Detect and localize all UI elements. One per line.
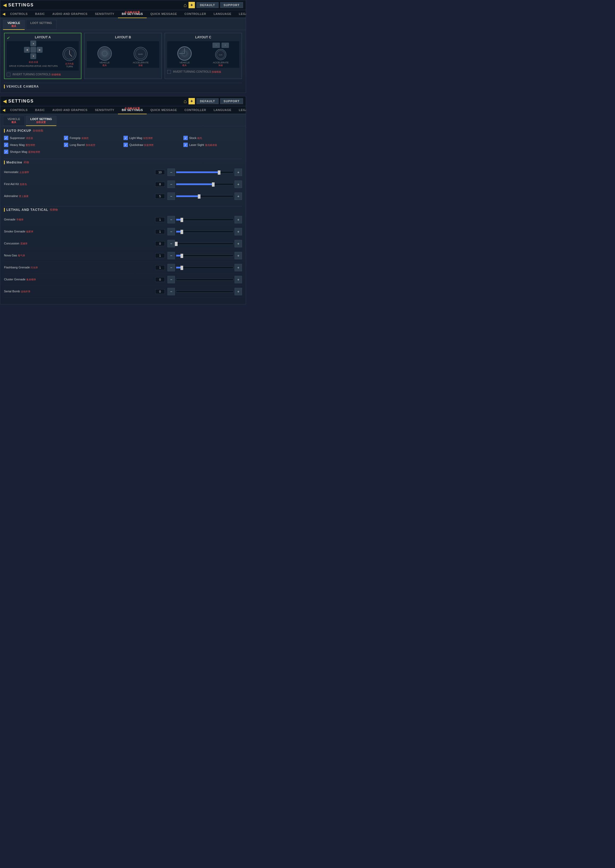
- add-button-2[interactable]: +: [189, 98, 195, 105]
- checkbox-quickdraw[interactable]: ✔: [123, 143, 128, 147]
- tab-basic-1[interactable]: BASIC: [31, 10, 49, 18]
- tab-quick-message-2[interactable]: QUICK MESSAGE: [147, 106, 181, 114]
- tab-audio-2[interactable]: AUDIO AND GRAPHICS: [48, 106, 91, 114]
- plus-smoke[interactable]: +: [234, 228, 242, 236]
- plus-concussion[interactable]: +: [234, 240, 242, 247]
- tab-legal-1[interactable]: LEGAL: [235, 10, 246, 18]
- minus-hemostatic[interactable]: −: [167, 169, 175, 176]
- minus-adrenaline[interactable]: −: [167, 192, 175, 200]
- checkbox-heavy-mag[interactable]: ✔: [4, 143, 8, 147]
- nav-arrow-left-2[interactable]: ◀: [2, 108, 6, 112]
- default-button-2[interactable]: DEFAULT: [197, 98, 219, 104]
- auto-pickup-cn: 自动拾取: [33, 129, 44, 133]
- tab-legal-2[interactable]: LEGAL: [235, 106, 246, 114]
- track-adrenaline[interactable]: [176, 195, 234, 197]
- layout-card-b[interactable]: LAYOUT B VEHICLE 载具: [84, 33, 162, 79]
- checkbox-long-barrel[interactable]: ✔: [64, 143, 68, 147]
- tab-audio-1[interactable]: AUDIO AND GRAPHICS: [48, 10, 91, 18]
- turn-label-a: TURN: [65, 65, 74, 68]
- tab-sensitivity-1[interactable]: SENSITIVITY: [91, 10, 118, 18]
- controls-first-aid: − +: [167, 181, 242, 188]
- plus-adrenaline[interactable]: +: [234, 192, 242, 200]
- accel-label-c: ACCELERATE: [213, 61, 228, 64]
- track-hemostatic[interactable]: [176, 171, 234, 173]
- plus-nova-gas[interactable]: +: [234, 252, 242, 259]
- tab-controller-2[interactable]: CONTROLLER: [181, 106, 210, 114]
- track-smoke[interactable]: [176, 231, 234, 233]
- invert-row-a: INVERT TURNING CONTROLS 按键模板: [7, 73, 79, 76]
- slider-hemostatic: Hemostatic 止血绷带 10 − +: [4, 166, 242, 178]
- tab-language-1[interactable]: LANGUAGE: [210, 10, 235, 18]
- track-first-aid[interactable]: [176, 183, 234, 185]
- checkbox-suppressor[interactable]: ✔: [4, 136, 8, 140]
- track-serial-bomb[interactable]: [176, 290, 234, 293]
- checkbox-light-mag[interactable]: ✔: [123, 136, 128, 140]
- support-button-1[interactable]: SUPPORT: [220, 2, 243, 8]
- fill-adrenaline: [176, 195, 199, 197]
- tab-basic-2[interactable]: BASIC: [31, 106, 49, 114]
- label-quickdraw: Quickdraw 快速弹匣: [130, 143, 154, 147]
- subtab-loot-1[interactable]: LOOT SETTING: [26, 20, 56, 30]
- thumb-grenade: [181, 218, 183, 222]
- track-grenade[interactable]: [176, 219, 234, 221]
- auto-pickup-header: AUTO PICKUP 自动拾取: [4, 129, 242, 133]
- value-first-aid: 8: [155, 182, 165, 187]
- vehicle-label-c: VEHICLE: [180, 61, 190, 64]
- track-flashbang[interactable]: [176, 267, 234, 269]
- tab-controls-2[interactable]: CONTROLS: [6, 106, 31, 114]
- plus-hemostatic[interactable]: +: [234, 169, 242, 176]
- invert-checkbox-a[interactable]: [7, 73, 10, 76]
- tab-br-settings-1[interactable]: 生存模式设置 BR SETTINGS: [118, 10, 147, 18]
- gauge-c: km/h: [215, 49, 226, 60]
- vehicle-content: ✔ LAYOUT A ▲ ◀ ▶: [0, 30, 246, 93]
- plus-serial-bomb[interactable]: +: [234, 288, 242, 295]
- subtab-loot-2[interactable]: LOOT SETTING 拾取设置: [26, 116, 56, 126]
- label-first-aid: First Aid Kit 急救包: [4, 183, 47, 186]
- rank-icon-1: ⌂: [184, 2, 187, 8]
- track-cluster[interactable]: [176, 278, 234, 281]
- slider-first-aid: First Aid Kit 急救包 8 − +: [4, 178, 242, 190]
- subtab-vehicle-1[interactable]: VEHICLE 载具: [3, 20, 25, 30]
- tab-br-settings-2[interactable]: 生存模式设置 BR SETTINGS: [118, 106, 147, 114]
- item-foregrip: ✔ Foregrip 前握把: [64, 136, 123, 140]
- gauge-b: km/h: [134, 47, 147, 61]
- minus-smoke[interactable]: −: [167, 228, 175, 236]
- vehicle-label-b: VEHICLE: [100, 61, 110, 64]
- label-laser-sight: Laser Sight 激光瞄准镜: [189, 143, 217, 147]
- plus-flashbang[interactable]: +: [234, 264, 242, 271]
- item-light-mag: ✔ Light Mag 轻型弹匣: [123, 136, 183, 140]
- tab-sensitivity-2[interactable]: SENSITIVITY: [91, 106, 118, 114]
- track-nova-gas[interactable]: [176, 254, 234, 257]
- nav-arrow-left-1[interactable]: ◀: [2, 12, 6, 16]
- tab-language-2[interactable]: LANGUAGE: [210, 106, 235, 114]
- tab-quick-message-1[interactable]: QUICK MESSAGE: [147, 10, 181, 18]
- add-button-1[interactable]: +: [189, 2, 195, 8]
- checkbox-stock[interactable]: ✔: [183, 136, 188, 140]
- tab-controller-1[interactable]: CONTROLLER: [181, 10, 210, 18]
- support-button-2[interactable]: SUPPORT: [220, 98, 243, 104]
- tab-controls-1[interactable]: CONTROLS: [6, 10, 31, 18]
- minus-cluster[interactable]: −: [167, 276, 175, 283]
- checkbox-shotgun-mag[interactable]: ✔: [4, 150, 8, 154]
- invert-checkbox-c[interactable]: [167, 70, 171, 74]
- slider-flashbang: Flashbang Grenade 闪光弹 1 − +: [4, 262, 242, 274]
- plus-grenade[interactable]: +: [234, 216, 242, 223]
- slider-cluster: Cluster Grenade 集束榴弹 0 − +: [4, 274, 242, 286]
- subtab-vehicle-2[interactable]: VEHICLE 载具: [3, 116, 25, 126]
- minus-concussion[interactable]: −: [167, 240, 175, 247]
- label-adrenaline: Adrenaline 肾上腺素: [4, 194, 47, 198]
- minus-first-aid[interactable]: −: [167, 181, 175, 188]
- track-concussion[interactable]: [176, 242, 234, 245]
- minus-nova-gas[interactable]: −: [167, 252, 175, 259]
- checkbox-laser-sight[interactable]: ✔: [183, 143, 188, 147]
- layout-card-c[interactable]: LAYOUT C VEHICLE 载具: [164, 33, 242, 79]
- accel-label-b: ACCELERATE: [133, 61, 148, 64]
- plus-first-aid[interactable]: +: [234, 181, 242, 188]
- minus-flashbang[interactable]: −: [167, 264, 175, 271]
- layout-card-a[interactable]: ✔ LAYOUT A ▲ ◀ ▶: [4, 33, 81, 79]
- minus-grenade[interactable]: −: [167, 216, 175, 223]
- default-button-1[interactable]: DEFAULT: [197, 2, 219, 8]
- plus-cluster[interactable]: +: [234, 276, 242, 283]
- checkbox-foregrip[interactable]: ✔: [64, 136, 68, 140]
- minus-serial-bomb[interactable]: −: [167, 288, 175, 295]
